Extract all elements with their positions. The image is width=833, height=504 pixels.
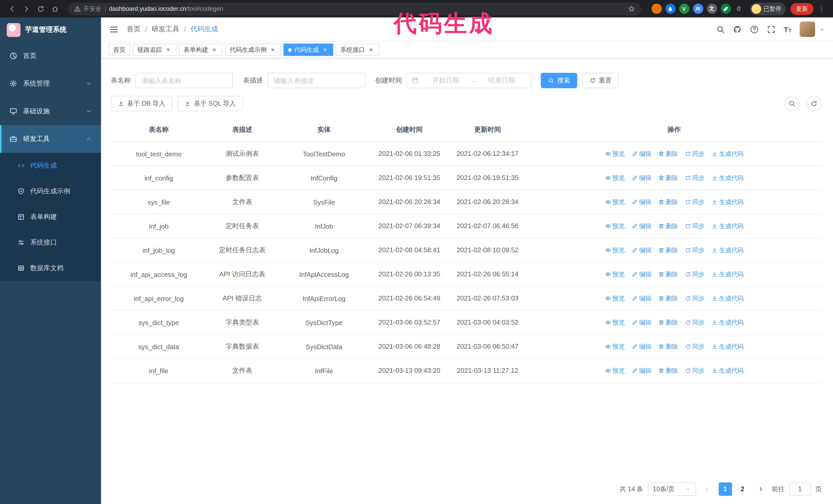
extension-people-icon[interactable] [693, 4, 703, 14]
action-delete[interactable]: 删除 [658, 222, 678, 231]
fullscreen-icon[interactable] [767, 25, 775, 33]
breadcrumb-item[interactable]: 首页 [127, 25, 140, 34]
action-sync[interactable]: 同步 [685, 246, 705, 255]
action-edit[interactable]: 编辑 [631, 149, 651, 158]
extension-v-icon[interactable]: V [679, 4, 689, 14]
close-icon[interactable]: × [367, 46, 375, 53]
action-preview[interactable]: 预览 [604, 149, 625, 158]
action-sync[interactable]: 同步 [685, 342, 705, 351]
user-avatar[interactable] [800, 22, 815, 37]
action-preview[interactable]: 预览 [604, 366, 625, 375]
tab-codegen-demo[interactable]: 代码生成示例× [225, 44, 281, 56]
action-generate-code[interactable]: 生成代码 [711, 342, 743, 351]
prev-page-button[interactable] [700, 482, 714, 496]
action-generate-code[interactable]: 生成代码 [711, 149, 743, 158]
action-delete[interactable]: 删除 [658, 173, 678, 182]
action-edit[interactable]: 编辑 [631, 270, 651, 279]
action-edit[interactable]: 编辑 [631, 318, 651, 327]
action-generate-code[interactable]: 生成代码 [711, 270, 743, 279]
action-sync[interactable]: 同步 [685, 222, 705, 231]
action-edit[interactable]: 编辑 [631, 294, 651, 303]
sidebar-item-system-manage[interactable]: 系统管理 [0, 70, 101, 97]
action-delete[interactable]: 删除 [658, 318, 678, 327]
action-delete[interactable]: 删除 [658, 366, 678, 375]
action-sync[interactable]: 同步 [685, 318, 705, 327]
action-sync[interactable]: 同步 [685, 149, 705, 158]
sidebar-item-infrastructure[interactable]: 基础设施 [0, 97, 101, 125]
action-sync[interactable]: 同步 [685, 270, 705, 279]
action-preview[interactable]: 预览 [604, 246, 625, 255]
browser-back-icon[interactable] [5, 2, 19, 16]
action-delete[interactable]: 删除 [658, 246, 678, 255]
action-generate-code[interactable]: 生成代码 [711, 198, 743, 207]
extension-drop-icon[interactable] [665, 4, 675, 14]
sidebar-item-db-doc[interactable]: 数据库文档 [0, 255, 101, 281]
browser-home-icon[interactable] [48, 2, 62, 16]
import-sql-button[interactable]: 基于 SQL 导入 [177, 96, 243, 111]
date-range-picker[interactable]: 开始日期 - 结束日期 [406, 73, 531, 88]
refresh-table-button[interactable] [806, 96, 822, 111]
action-edit[interactable]: 编辑 [631, 222, 651, 231]
page-button-1[interactable]: 1 [718, 482, 732, 496]
sidebar-item-system-api[interactable]: 系统接口 [0, 230, 101, 255]
profile-chip[interactable]: 已暂停 [750, 2, 786, 15]
close-icon[interactable]: × [269, 46, 276, 53]
action-preview[interactable]: 预览 [604, 270, 625, 279]
extension-translate-icon[interactable]: 文 [707, 4, 717, 14]
browser-reload-icon[interactable] [34, 2, 47, 16]
action-edit[interactable]: 编辑 [631, 246, 651, 255]
action-delete[interactable]: 删除 [658, 149, 678, 158]
extension-orange-icon[interactable] [651, 4, 662, 14]
sidebar-item-codegen[interactable]: 代码生成 [0, 153, 101, 178]
action-sync[interactable]: 同步 [685, 294, 705, 303]
action-edit[interactable]: 编辑 [631, 173, 651, 182]
action-preview[interactable]: 预览 [604, 294, 625, 303]
extension-leaf-icon[interactable] [720, 4, 731, 14]
tab-system-api[interactable]: 系统接口× [336, 44, 379, 56]
action-sync[interactable]: 同步 [685, 173, 705, 182]
reset-button[interactable]: 重置 [582, 73, 619, 88]
breadcrumb-item[interactable]: 研发工具 [152, 25, 180, 34]
app-logo[interactable]: 芋道管理系统 [0, 18, 101, 42]
action-delete[interactable]: 删除 [658, 294, 678, 303]
search-icon[interactable] [716, 25, 724, 33]
action-delete[interactable]: 删除 [658, 342, 678, 351]
action-preview[interactable]: 预览 [604, 198, 625, 207]
import-db-button[interactable]: 基于 DB 导入 [111, 96, 172, 111]
action-edit[interactable]: 编辑 [631, 366, 651, 375]
help-icon[interactable] [750, 25, 758, 33]
page-button-2[interactable]: 2 [736, 482, 749, 496]
browser-menu-icon[interactable] [814, 2, 828, 16]
action-preview[interactable]: 预览 [604, 222, 625, 231]
close-icon[interactable]: × [165, 46, 172, 53]
next-page-button[interactable] [754, 482, 767, 496]
action-edit[interactable]: 编辑 [631, 198, 651, 207]
address-bar[interactable]: 不安全 dashboard.yudao.iocoder.cn/tool/code… [68, 2, 641, 15]
user-menu-caret-icon[interactable] [819, 26, 825, 32]
tab-home[interactable]: 首页 [109, 44, 130, 56]
sidebar-item-home[interactable]: 首页 [0, 42, 101, 70]
browser-forward-icon[interactable] [20, 2, 33, 16]
action-generate-code[interactable]: 生成代码 [711, 318, 743, 327]
tab-form-builder[interactable]: 表单构建× [179, 44, 222, 56]
action-sync[interactable]: 同步 [685, 366, 705, 375]
sidebar-item-codegen-demo[interactable]: 代码生成示例 [0, 178, 101, 204]
tab-link-tracer[interactable]: 链路追踪× [133, 44, 176, 56]
action-preview[interactable]: 预览 [604, 173, 625, 182]
action-preview[interactable]: 预览 [604, 318, 625, 327]
extension-puzzle-icon[interactable] [734, 4, 744, 14]
search-button[interactable]: 搜索 [541, 73, 577, 88]
action-preview[interactable]: 预览 [604, 342, 625, 351]
action-generate-code[interactable]: 生成代码 [711, 294, 743, 303]
action-generate-code[interactable]: 生成代码 [711, 173, 743, 182]
tab-codegen[interactable]: 代码生成× [284, 44, 333, 56]
action-generate-code[interactable]: 生成代码 [711, 222, 743, 231]
action-generate-code[interactable]: 生成代码 [711, 246, 743, 255]
table-desc-input[interactable] [268, 73, 365, 88]
sidebar-toggle-icon[interactable] [109, 24, 119, 34]
github-icon[interactable] [733, 25, 741, 33]
goto-page-input[interactable] [789, 482, 811, 496]
toggle-search-button[interactable] [784, 96, 800, 111]
action-edit[interactable]: 编辑 [631, 342, 651, 351]
close-icon[interactable]: × [211, 46, 218, 53]
